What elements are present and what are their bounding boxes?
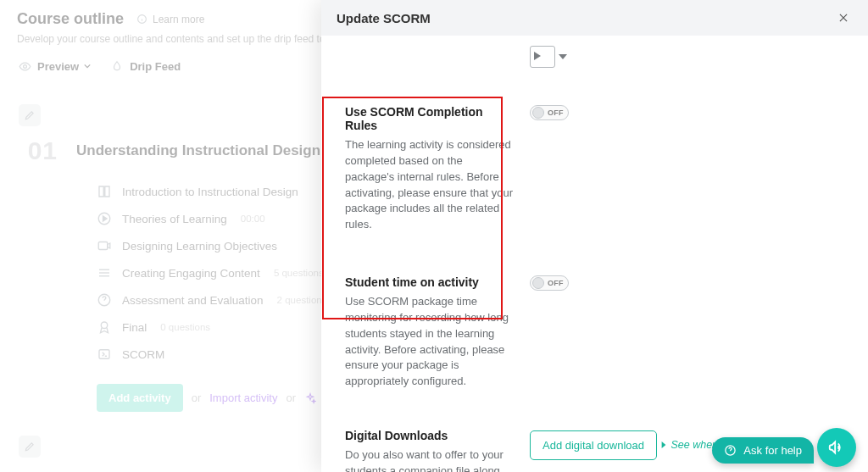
help-icon (724, 444, 737, 457)
add-digital-download-button[interactable]: Add digital download (530, 430, 657, 460)
update-scorm-panel: Update SCORM Use SCORM Completion Rules … (321, 0, 868, 472)
option-title-time: Student time on activity (345, 275, 515, 289)
caret-right-icon (660, 441, 667, 449)
layout-select[interactable] (530, 46, 555, 68)
megaphone-icon (827, 438, 846, 457)
option-desc-completion: The learning activity is considered comp… (345, 137, 515, 233)
toggle-completion-rules[interactable]: OFF (530, 105, 569, 120)
announcements-fab[interactable] (817, 428, 856, 467)
ask-for-help-button[interactable]: Ask for help (712, 437, 814, 464)
option-title-downloads: Digital Downloads (345, 429, 515, 442)
toggle-student-time[interactable]: OFF (530, 275, 569, 291)
panel-title: Update SCORM (337, 11, 431, 25)
option-desc-time: Use SCORM package time monitoring for re… (345, 294, 515, 390)
option-title-completion: Use SCORM Completion Rules (345, 105, 515, 132)
close-button[interactable] (834, 8, 853, 27)
chevron-down-icon (559, 54, 567, 59)
option-desc-downloads: Do you also want to offer to your studen… (345, 447, 515, 472)
close-icon (837, 12, 849, 24)
